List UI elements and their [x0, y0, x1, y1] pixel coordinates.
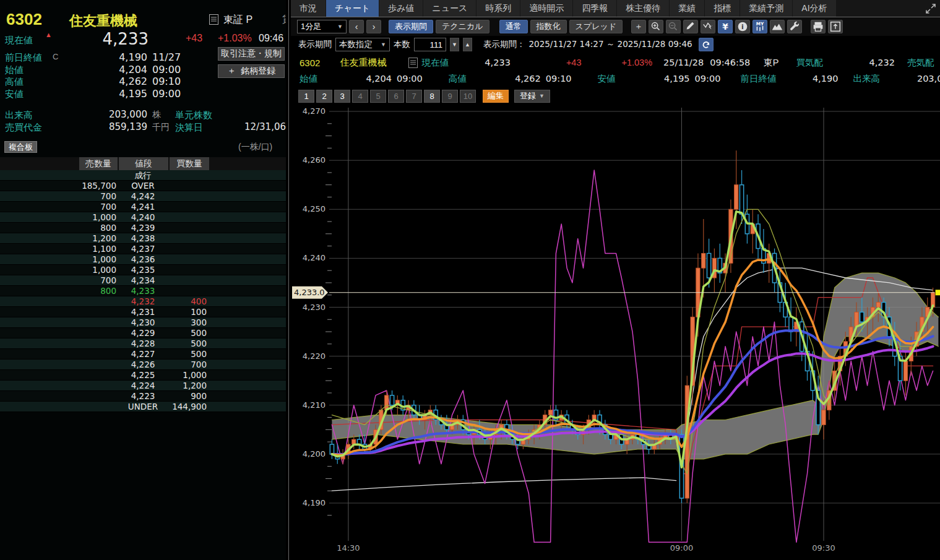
open-label: 始値	[300, 73, 317, 85]
mountain-chart-icon[interactable]	[770, 20, 785, 33]
stat-label: 高値	[5, 76, 24, 88]
bar-count-input[interactable]: 111	[414, 38, 446, 51]
open-value: 4,204	[336, 74, 392, 84]
book-price[interactable]: 4,238	[118, 233, 168, 243]
chart-page-6[interactable]: 6	[388, 90, 404, 103]
zoom-out-icon[interactable]	[666, 20, 681, 33]
tab-10[interactable]: 業績予測	[740, 0, 792, 17]
book-price[interactable]: UNDER	[118, 402, 168, 411]
book-price[interactable]: 4,239	[118, 223, 168, 233]
count-mode-select[interactable]: 本数指定▼	[335, 38, 390, 51]
quote-time: 09:46	[259, 33, 283, 44]
chart-page-1[interactable]: 1	[298, 90, 314, 103]
zoom-in-icon[interactable]	[649, 20, 663, 33]
export-window-icon[interactable]	[828, 20, 843, 33]
tab-8[interactable]: 業績	[670, 0, 704, 17]
tab-7[interactable]: 株主優待	[617, 0, 669, 17]
book-price[interactable]: 4,240	[118, 212, 168, 222]
next-icon[interactable]: ›	[366, 20, 381, 33]
book-price[interactable]: 4,242	[118, 191, 168, 201]
tab-9[interactable]: 指標	[705, 0, 739, 17]
book-price[interactable]: 4,229	[118, 328, 168, 338]
book-price[interactable]: 4,235	[118, 265, 168, 275]
book-price[interactable]: 4,236	[118, 254, 168, 264]
book-price[interactable]: 4,230	[118, 317, 168, 327]
register-button[interactable]: 登録▼	[514, 90, 550, 103]
reset-period-icon[interactable]	[699, 38, 714, 51]
book-price[interactable]: 4,226	[118, 360, 168, 369]
spread-mode-button[interactable]: スプレッド	[569, 20, 623, 33]
book-price[interactable]: 4,224	[118, 381, 168, 390]
display-period-button[interactable]: 表示期間	[389, 20, 433, 33]
tab-5[interactable]: 適時開示	[520, 0, 572, 17]
price-chart[interactable]: 4,2704,2604,2504,2404,2304,2204,2104,200…	[291, 104, 940, 560]
normal-mode-button[interactable]: 通常	[499, 20, 528, 33]
indexed-mode-button[interactable]: 指数化	[530, 20, 567, 33]
book-row: 1,0004,235	[0, 265, 286, 275]
unit-shares-label: 単元株数	[175, 110, 212, 121]
edit-button[interactable]: 編集	[483, 90, 509, 103]
book-price[interactable]: 4,234	[118, 275, 168, 285]
turnover-value: 859,139	[62, 121, 147, 132]
book-price[interactable]: 4,225	[118, 370, 168, 380]
book-price[interactable]: 4,228	[118, 338, 168, 348]
book-price[interactable]: 4,237	[118, 244, 168, 254]
book-price[interactable]: 4,232	[118, 296, 168, 306]
book-price[interactable]: 4,233	[118, 286, 168, 296]
trend-cursor-icon[interactable]	[701, 20, 715, 33]
info-icon[interactable]: i	[735, 20, 750, 33]
tab-11[interactable]: AI分析	[793, 0, 835, 17]
tab-2[interactable]: 歩み値	[379, 0, 423, 17]
stat-label: 始値	[5, 64, 24, 76]
count-down-icon[interactable]: ▼	[450, 38, 459, 51]
svg-text:¥: ¥	[722, 22, 728, 32]
chart-toolbar: 1分足▼ ‹ › 表示期間 テクニカル 通常 指数化 スプレッド ＋¥iMY	[291, 17, 940, 36]
printer-icon[interactable]	[811, 20, 826, 33]
chart-page-2[interactable]: 2	[316, 90, 332, 103]
chart-page-9[interactable]: 9	[442, 90, 458, 103]
book-price[interactable]: 4,231	[118, 307, 168, 317]
prev-close-label: 前日終値	[740, 73, 776, 85]
expand-icon[interactable]	[925, 3, 936, 14]
svg-text:4,240: 4,240	[303, 253, 326, 262]
chart-page-7[interactable]: 7	[406, 90, 422, 103]
svg-text:09:00: 09:00	[670, 543, 693, 553]
technical-button[interactable]: テクニカル	[436, 20, 489, 33]
composite-board-button[interactable]: 複合板	[4, 141, 37, 153]
tab-6[interactable]: 四季報	[573, 0, 616, 17]
book-price[interactable]: 4,227	[118, 349, 168, 359]
sell-qty: 800	[79, 286, 118, 296]
ask-label: 売気配	[907, 57, 934, 69]
chart-page-10[interactable]: 10	[460, 90, 476, 103]
wrench-icon[interactable]	[787, 20, 802, 33]
current-price-tag: 4,233.0	[292, 286, 328, 299]
timeframe-select[interactable]: 1分足▼	[297, 20, 347, 33]
buy-qty: 400	[168, 296, 209, 306]
yen-icon[interactable]: ¥	[718, 20, 733, 33]
svg-text:4,270: 4,270	[303, 106, 326, 116]
chart-page-5[interactable]: 5	[370, 90, 386, 103]
book-row: 4,223900	[0, 391, 286, 402]
book-price[interactable]: OVER	[118, 181, 168, 191]
register-symbol-button[interactable]: ＋銘柄登録	[218, 64, 285, 78]
vol-label: 出来高	[853, 73, 880, 85]
tab-0[interactable]: 市況	[291, 0, 326, 17]
panel-divider[interactable]	[288, 0, 289, 560]
tab-4[interactable]: 時系列	[476, 0, 520, 17]
book-price[interactable]: 成行	[118, 170, 168, 181]
chart-page-3[interactable]: 3	[334, 90, 350, 103]
plus-icon[interactable]: ＋	[631, 20, 646, 33]
chart-page-8[interactable]: 8	[424, 90, 440, 103]
pencil-icon[interactable]	[683, 20, 698, 33]
book-price[interactable]: 4,223	[118, 391, 168, 401]
svg-text:14:30: 14:30	[337, 543, 360, 553]
prev-icon[interactable]: ‹	[349, 20, 364, 33]
tab-1[interactable]: チャート	[326, 0, 379, 17]
trade-caution-button[interactable]: 取引注意・規制	[218, 47, 285, 61]
book-price[interactable]: 4,241	[118, 202, 168, 212]
tab-3[interactable]: ニュース	[423, 0, 476, 17]
my-chart-icon[interactable]: MY	[752, 20, 767, 33]
chart-page-4[interactable]: 4	[352, 90, 368, 103]
buy-qty: 1,000	[168, 370, 209, 380]
count-up-icon[interactable]: ▲	[463, 38, 472, 51]
